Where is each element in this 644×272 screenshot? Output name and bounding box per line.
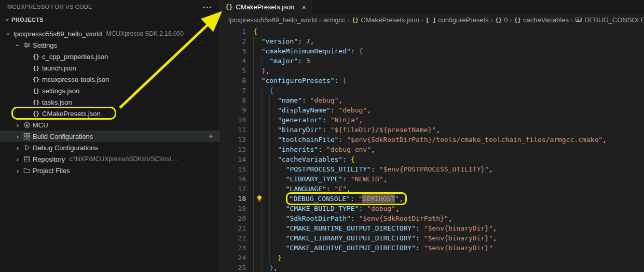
chevron-right-icon[interactable]: › (13, 145, 22, 151)
tree-item-file-c-cpp-properties-json[interactable]: {}c_cpp_properties.json (0, 51, 220, 62)
code-token: , (359, 116, 363, 124)
line-content: "generator": "Ninja", (253, 115, 363, 125)
breadcrumb-item-cmakepresets-json[interactable]: {}CMakePresets.json (352, 16, 419, 24)
line-number[interactable]: 8 (220, 95, 246, 105)
indent-guide (262, 213, 270, 223)
code-line-9[interactable]: 9"displayName": "debug", (220, 105, 644, 115)
code-token: , (310, 37, 314, 45)
more-actions-icon[interactable]: ··· (203, 3, 212, 11)
code-line-14[interactable]: 14"cacheVariables": { (220, 154, 644, 164)
code-line-18[interactable]: 18"DEBUG_CONSOLE": "SEMIHOST", (220, 194, 644, 204)
code-line-6[interactable]: 6"configurePresets": [ (220, 76, 644, 85)
tree-item-file-settings-json[interactable]: {}settings.json (0, 85, 220, 96)
code-line-2[interactable]: 2"version": 7, (220, 36, 644, 46)
code-line-12[interactable]: 12"toolchainFile": "$env{SdkRootDirPath}… (220, 135, 644, 145)
tab-cmakepresets-json[interactable]: {} CMakePresets.json × (220, 0, 312, 14)
breadcrumb-item-configurepresets[interactable]: [ ]configurePresets (426, 16, 488, 24)
line-number[interactable]: 3 (220, 46, 246, 56)
code-line-15[interactable]: 15"POSTPROCESS_UTILITY": "$env{POSTPROCE… (220, 164, 644, 174)
code-line-13[interactable]: 13"inherits": "debug-env", (220, 145, 644, 154)
repo-icon (22, 155, 32, 163)
line-number[interactable]: 14 (220, 154, 246, 164)
breadcrumb-item-0[interactable]: {}0 (495, 16, 508, 24)
chevron-right-icon[interactable]: › (13, 167, 22, 174)
line-number[interactable]: 10 (220, 115, 246, 125)
tree-item-file-mcuxpresso-tools-json[interactable]: {}mcuxpresso-tools.json (0, 74, 220, 85)
tree-item-project-lpcxpresso55s69-hello-world[interactable]: ›lpcxpresso55s69_hello_worldMCUXpresso S… (0, 28, 220, 39)
indent-guide (269, 213, 278, 223)
code-editor[interactable]: 1{2"version": 7,3"cmakeMinimumRequired":… (220, 25, 644, 272)
line-number[interactable]: 13 (220, 145, 246, 154)
close-icon[interactable]: × (302, 3, 306, 11)
code-line-22[interactable]: 22"CMAKE_LIBRARY_OUTPUT_DIRECTORY": "$en… (220, 233, 644, 243)
line-number[interactable]: 16 (220, 174, 246, 184)
tree-item-file-launch-json[interactable]: {}launch.json (0, 62, 220, 74)
tree-item-build-configurations[interactable]: ›Build Configurations+ (0, 131, 220, 142)
svg-text:abc: abc (577, 19, 581, 21)
breadcrumb-item-armgcc[interactable]: armgcc (323, 16, 346, 24)
json-braces-icon: {} (31, 76, 41, 83)
code-line-7[interactable]: 7{ (220, 85, 644, 95)
line-number[interactable]: 9 (220, 105, 246, 115)
indent-guide (253, 164, 262, 174)
tree-item-project-files[interactable]: ›Project Files (0, 165, 220, 176)
line-number[interactable]: 17 (220, 184, 246, 194)
line-number[interactable]: 5 (220, 66, 246, 76)
line-number[interactable]: 12 (220, 135, 246, 145)
code-line-5[interactable]: 5}, (220, 66, 644, 76)
code-line-24[interactable]: 24} (220, 253, 644, 263)
code-line-23[interactable]: 23"CMAKE_ARCHIVE_OUTPUT_DIRECTORY": "$en… (220, 243, 644, 253)
chevron-right-icon[interactable]: › (13, 156, 22, 163)
breadcrumb-item-lpcxpresso55s69-hello-world[interactable]: lpcxpresso55s69_hello_world (228, 16, 317, 24)
line-number[interactable]: 15 (220, 164, 246, 174)
line-content: }, (253, 66, 269, 76)
chevron-down-icon[interactable]: › (13, 42, 22, 49)
tree-item-debug-configurations[interactable]: ›Debug Configurations (0, 142, 220, 153)
line-number[interactable]: 6 (220, 76, 246, 85)
projects-section-header[interactable]: › PROJECTS (0, 13, 220, 26)
breadcrumb-item-cachevariables[interactable]: {}cacheVariables (514, 16, 569, 24)
code-line-4[interactable]: 4"major": 3 (220, 56, 644, 66)
code-line-11[interactable]: 11"binaryDir": "${fileDir}/${presetName}… (220, 125, 644, 135)
line-number[interactable]: 25 (220, 263, 246, 272)
code-line-16[interactable]: 16"LIBRARY_TYPE": "NEWLIB", (220, 174, 644, 184)
code-line-1[interactable]: 1{ (220, 26, 644, 36)
line-number[interactable]: 7 (220, 85, 246, 95)
tree-item-settings-group[interactable]: ›Settings (0, 39, 220, 51)
line-number[interactable]: 19 (220, 204, 246, 213)
line-number[interactable]: 24 (220, 253, 246, 263)
code-token: : (331, 106, 339, 114)
line-number[interactable]: 1 (220, 26, 246, 36)
line-number[interactable]: 23 (220, 243, 246, 253)
code-line-19[interactable]: 19"CMAKE_BUILD_TYPE": "debug", (220, 204, 644, 213)
tree-item-mcu-group[interactable]: ›MCU (0, 119, 220, 131)
tree-item-file-tasks-json[interactable]: {}tasks.json (0, 96, 220, 108)
indent-guide (253, 174, 262, 184)
add-build-configuration-button[interactable]: + (209, 132, 213, 140)
chevron-right-icon[interactable]: › (13, 122, 22, 128)
line-number[interactable]: 2 (220, 36, 246, 46)
tree-item-repository[interactable]: ›Repositoryc:\NXP\MCUXpresso\SDKs\VSC\In… (0, 153, 220, 165)
code-token: SEMIHOST (362, 194, 395, 203)
code-line-25[interactable]: 25}, (220, 263, 644, 272)
code-line-3[interactable]: 3"cmakeMinimumRequired": { (220, 46, 644, 56)
code-line-8[interactable]: 8"name": "debug", (220, 95, 644, 105)
tree-item-file-cmakepresets-json[interactable]: {}CMakePresets.json (0, 108, 220, 119)
indent-guide (269, 105, 278, 115)
breadcrumb-item-debug-console[interactable]: abcDEBUG_CONSOLE (575, 16, 644, 24)
line-number[interactable]: 21 (220, 223, 246, 233)
lightbulb-icon[interactable] (256, 195, 263, 202)
chevron-down-icon[interactable]: › (3, 17, 11, 23)
line-number[interactable]: 22 (220, 233, 246, 243)
code-line-21[interactable]: 21"CMAKE_RUNTIME_OUTPUT_DIRECTORY": "$en… (220, 223, 644, 233)
chevron-down-icon[interactable]: › (4, 31, 12, 37)
indent-guide (269, 125, 278, 135)
line-number[interactable]: 11 (220, 125, 246, 135)
line-number[interactable]: 18 (220, 194, 246, 204)
code-line-10[interactable]: 10"generator": "Ninja", (220, 115, 644, 125)
code-line-17[interactable]: 17"LANGUAGE": "C", (220, 184, 644, 194)
code-line-20[interactable]: 20"SdkRootDirPath": "$env{SdkRootDirPath… (220, 213, 644, 223)
line-number[interactable]: 4 (220, 56, 246, 66)
line-number[interactable]: 20 (220, 213, 246, 223)
chevron-right-icon[interactable]: › (13, 133, 22, 140)
